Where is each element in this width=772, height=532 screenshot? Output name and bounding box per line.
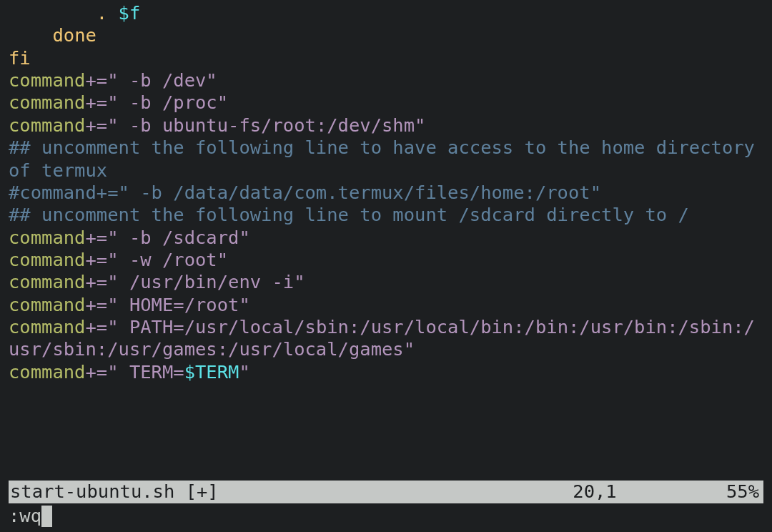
code-token: " HOME=/root" <box>107 294 250 315</box>
code-token: " -b /dev" <box>107 69 217 91</box>
code-token: " -b ubuntu-fs/root:/dev/shm" <box>107 114 425 136</box>
code-token: += <box>85 227 107 248</box>
code-token: command <box>9 316 85 338</box>
code-line: command+=" -b /dev" <box>9 69 217 91</box>
code-token: += <box>85 271 107 292</box>
code-line: #command+=" -b /data/data/com.termux/fil… <box>9 182 601 203</box>
code-line: . $f <box>9 2 140 24</box>
status-filename: start-ubuntu.sh [+] <box>10 481 488 503</box>
code-line: command+=" -b ubuntu-fs/root:/dev/shm" <box>9 114 425 136</box>
code-line: command+=" -b /proc" <box>9 92 228 113</box>
code-line: done <box>9 24 96 46</box>
code-token <box>107 2 118 24</box>
editor-content[interactable]: . $f done fi command+=" -b /dev" command… <box>9 2 763 383</box>
code-token: command <box>9 114 85 136</box>
code-line: ## uncomment the following line to mount… <box>9 204 689 225</box>
code-token: += <box>85 249 107 270</box>
vim-command-line[interactable]: :wq <box>9 505 763 528</box>
code-line: ## uncomment the following line to have … <box>9 137 766 180</box>
code-token: fi <box>9 47 31 69</box>
code-token: " /usr/bin/env -i" <box>107 271 305 292</box>
code-token: command <box>9 271 85 292</box>
code-token: $TERM <box>184 361 239 383</box>
code-token: ## uncomment the following line to have … <box>9 137 766 180</box>
code-line: command+=" TERM=$TERM" <box>9 361 250 383</box>
code-token: " <box>239 361 249 383</box>
code-token: += <box>85 361 107 383</box>
code-line: command+=" PATH=/usr/local/sbin:/usr/loc… <box>9 316 755 360</box>
code-token: " -b /sdcard" <box>107 227 250 248</box>
vim-status-bar: start-ubuntu.sh [+] 20,1 55% <box>9 481 763 503</box>
code-token: command <box>9 294 85 315</box>
code-token: " -b /proc" <box>107 92 228 113</box>
code-token: += <box>85 114 107 136</box>
code-token: += <box>85 316 107 338</box>
code-token: ## uncomment the following line to mount… <box>9 204 689 225</box>
code-token: " PATH=/usr/local/sbin:/usr/local/bin:/b… <box>9 316 755 360</box>
code-line: command+=" HOME=/root" <box>9 294 250 315</box>
code-token: command <box>9 227 85 248</box>
code-token: command <box>9 361 85 383</box>
code-line: command+=" -w /root" <box>9 249 228 270</box>
status-position: 20,1 <box>488 481 702 503</box>
terminal[interactable]: . $f done fi command+=" -b /dev" command… <box>0 0 772 532</box>
code-token: . <box>9 2 107 24</box>
code-token: command <box>9 92 85 113</box>
code-line: command+=" /usr/bin/env -i" <box>9 271 305 292</box>
code-token: done <box>9 24 96 46</box>
code-token: command <box>9 249 85 270</box>
code-token: " -w /root" <box>107 249 228 270</box>
code-line: fi <box>9 47 31 69</box>
code-token: += <box>85 69 107 91</box>
code-token: $f <box>119 2 141 24</box>
code-token: " TERM= <box>107 361 184 383</box>
cursor <box>41 506 52 526</box>
code-token: += <box>85 92 107 113</box>
code-token: += <box>85 294 107 315</box>
command-text: :wq <box>9 505 41 527</box>
code-token: command <box>9 69 85 91</box>
code-token: #command+=" -b /data/data/com.termux/fil… <box>9 182 601 203</box>
code-line: command+=" -b /sdcard" <box>9 227 250 248</box>
status-percent: 55% <box>702 481 762 503</box>
